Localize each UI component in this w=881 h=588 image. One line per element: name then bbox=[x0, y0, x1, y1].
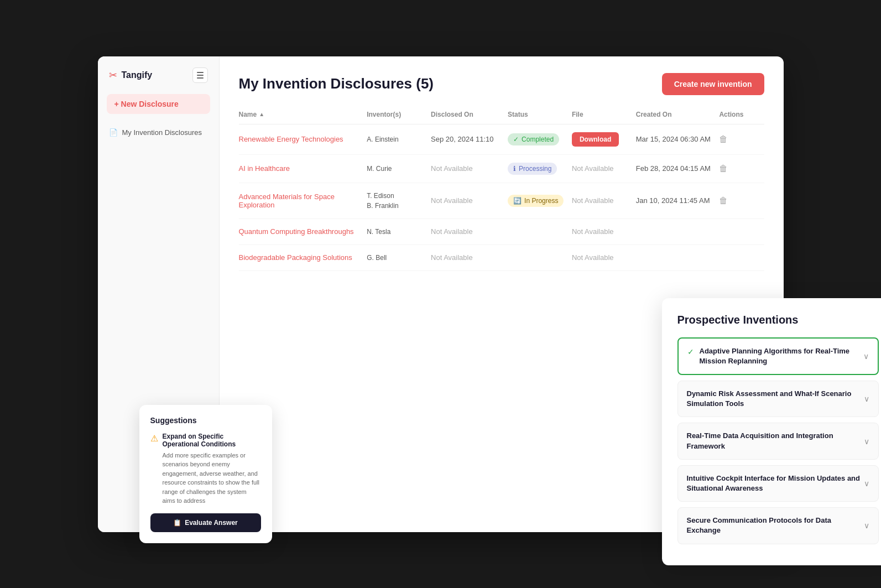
nav-item-label: My Invention Disclosures bbox=[122, 128, 202, 137]
file-5: Not Available bbox=[572, 253, 636, 262]
invention-item-4[interactable]: Intuitive Cockpit Interface for Mission … bbox=[677, 465, 879, 502]
invention-item-1[interactable]: ✓ Adaptive Planning Algorithms for Real-… bbox=[677, 337, 879, 375]
status-3: 🔄 In Progress bbox=[508, 195, 572, 207]
invention-name-3: Real-Time Data Acquisition and Integrati… bbox=[687, 431, 864, 451]
invention-item-left-2: Dynamic Risk Assessment and What-If Scen… bbox=[687, 389, 864, 409]
suggestion-text: Add more specific examples or scenarios … bbox=[163, 451, 261, 506]
main-content: My Invention Disclosures (5) Create new … bbox=[220, 56, 784, 532]
active-check-icon: ✓ bbox=[687, 347, 694, 356]
table-header: Name ▲ Inventor(s) Disclosed On Status F… bbox=[239, 111, 764, 124]
toggle-bars-icon bbox=[197, 72, 204, 79]
download-button-1[interactable]: Download bbox=[572, 132, 619, 147]
invention-name-1: Adaptive Planning Algorithms for Real-Ti… bbox=[700, 346, 863, 366]
new-disclosure-button[interactable]: + New Disclosure bbox=[107, 94, 210, 114]
disclosure-link-biodegradable[interactable]: Biodegradable Packaging Solutions bbox=[239, 253, 367, 262]
logo-text: Tangify bbox=[122, 70, 153, 80]
invention-item-5[interactable]: Secure Communication Protocols for Data … bbox=[677, 507, 879, 544]
created-on-3: Jan 10, 2024 11:45 AM bbox=[636, 196, 720, 205]
suggestion-item: ⚠ Expand on Specific Operational Conditi… bbox=[150, 433, 261, 506]
table-row: Biodegradable Packaging Solutions G. Bel… bbox=[239, 245, 764, 271]
table-row: Advanced Materials for Space Exploration… bbox=[239, 183, 764, 219]
table-row: Renewable Energy Technologies A. Einstei… bbox=[239, 124, 764, 155]
disclosure-link-renewable[interactable]: Renewable Energy Technologies bbox=[239, 135, 367, 143]
col-file: File bbox=[572, 111, 636, 118]
invention-name-5: Secure Communication Protocols for Data … bbox=[687, 516, 864, 535]
warning-icon: ⚠ bbox=[150, 433, 158, 506]
chevron-down-icon-4: ∨ bbox=[864, 479, 869, 488]
file-3: Not Available bbox=[572, 196, 636, 205]
col-inventors: Inventor(s) bbox=[367, 111, 431, 118]
disclosure-link-quantum[interactable]: Quantum Computing Breakthroughs bbox=[239, 227, 367, 236]
file-1: Download bbox=[572, 132, 636, 147]
invention-name-4: Intuitive Cockpit Interface for Mission … bbox=[687, 473, 864, 493]
suggestion-content: Expand on Specific Operational Condition… bbox=[163, 433, 261, 506]
actions-2: 🗑 bbox=[719, 164, 764, 174]
delete-icon-1[interactable]: 🗑 bbox=[719, 134, 728, 144]
col-name: Name ▲ bbox=[239, 111, 367, 118]
delete-icon-2[interactable]: 🗑 bbox=[719, 164, 728, 173]
inventors-3: T. Edison B. Franklin bbox=[367, 191, 431, 211]
disclosed-on-1: Sep 20, 2024 11:10 bbox=[431, 135, 508, 143]
disclosed-on-5: Not Available bbox=[431, 253, 508, 262]
chevron-down-icon-2: ∨ bbox=[864, 394, 869, 403]
inventors-1: A. Einstein bbox=[367, 134, 431, 144]
delete-icon-3[interactable]: 🗑 bbox=[719, 196, 728, 205]
prospective-inventions-card: Prospective Inventions ✓ Adaptive Planni… bbox=[662, 298, 882, 565]
chevron-down-icon-1: ∨ bbox=[863, 352, 869, 361]
sidebar-logo: ✂ Tangify bbox=[98, 67, 219, 94]
col-disclosed-on: Disclosed On bbox=[431, 111, 508, 118]
invention-item-3[interactable]: Real-Time Data Acquisition and Integrati… bbox=[677, 423, 879, 459]
invention-item-left-4: Intuitive Cockpit Interface for Mission … bbox=[687, 473, 864, 493]
new-disclosure-label: + New Disclosure bbox=[114, 100, 179, 108]
invention-name-2: Dynamic Risk Assessment and What-If Scen… bbox=[687, 389, 864, 409]
file-4: Not Available bbox=[572, 227, 636, 236]
disclosure-link-advanced[interactable]: Advanced Materials for Space Exploration bbox=[239, 192, 367, 209]
col-status: Status bbox=[508, 111, 572, 118]
status-badge-inprogress: 🔄 In Progress bbox=[508, 195, 564, 207]
invention-item-left-5: Secure Communication Protocols for Data … bbox=[687, 516, 864, 535]
disclosures-table: Name ▲ Inventor(s) Disclosed On Status F… bbox=[239, 111, 764, 271]
sidebar-item-disclosures[interactable]: 📄 My Invention Disclosures bbox=[98, 123, 219, 142]
create-invention-button[interactable]: Create new invention bbox=[662, 73, 764, 95]
table-row: Quantum Computing Breakthroughs N. Tesla… bbox=[239, 219, 764, 245]
col-created-on: Created On bbox=[636, 111, 720, 118]
chevron-down-icon-5: ∨ bbox=[864, 521, 869, 530]
prospective-title: Prospective Inventions bbox=[677, 314, 879, 326]
actions-1: 🗑 bbox=[719, 134, 764, 144]
invention-item-left-3: Real-Time Data Acquisition and Integrati… bbox=[687, 431, 864, 451]
check-mark-icon: ✓ bbox=[513, 136, 519, 143]
table-row: AI in Healthcare M. Curie Not Available … bbox=[239, 155, 764, 183]
suggestions-card: Suggestions ⚠ Expand on Specific Operati… bbox=[139, 405, 272, 543]
disclosed-on-4: Not Available bbox=[431, 227, 508, 236]
info-icon: ℹ bbox=[513, 165, 516, 173]
inventors-5: G. Bell bbox=[367, 253, 431, 263]
invention-item-2[interactable]: Dynamic Risk Assessment and What-If Scen… bbox=[677, 381, 879, 417]
col-actions: Actions bbox=[719, 111, 764, 118]
page-header: My Invention Disclosures (5) Create new … bbox=[239, 73, 764, 95]
inventors-4: N. Tesla bbox=[367, 227, 431, 237]
disclosed-on-3: Not Available bbox=[431, 196, 508, 205]
refresh-icon: 🔄 bbox=[513, 197, 522, 205]
created-on-1: Mar 15, 2024 06:30 AM bbox=[636, 135, 720, 143]
status-badge-completed: ✓ Completed bbox=[508, 133, 559, 145]
logo-icon: ✂ bbox=[109, 69, 117, 81]
status-1: ✓ Completed bbox=[508, 133, 572, 145]
invention-item-left-1: ✓ Adaptive Planning Algorithms for Real-… bbox=[687, 346, 863, 366]
main-window: ✂ Tangify + New Disclosure 📄 My Inventio… bbox=[98, 56, 784, 532]
evaluate-answer-button[interactable]: 📋 Evaluate Answer bbox=[150, 513, 261, 532]
sort-arrow-icon: ▲ bbox=[259, 111, 264, 117]
sidebar-toggle-button[interactable] bbox=[192, 67, 208, 83]
disclosure-link-ai[interactable]: AI in Healthcare bbox=[239, 164, 367, 173]
chevron-down-icon-3: ∨ bbox=[864, 437, 869, 446]
clipboard-icon: 📋 bbox=[173, 519, 181, 527]
page-title: My Invention Disclosures (5) bbox=[239, 75, 434, 92]
suggestion-header: Expand on Specific Operational Condition… bbox=[163, 433, 261, 448]
nav-doc-icon: 📄 bbox=[109, 128, 118, 137]
inventors-2: M. Curie bbox=[367, 164, 431, 174]
status-badge-processing: ℹ Processing bbox=[508, 163, 557, 175]
file-2: Not Available bbox=[572, 164, 636, 173]
actions-3: 🗑 bbox=[719, 196, 764, 206]
suggestions-title: Suggestions bbox=[150, 416, 261, 425]
disclosed-on-2: Not Available bbox=[431, 164, 508, 173]
created-on-2: Feb 28, 2024 04:15 AM bbox=[636, 164, 720, 173]
